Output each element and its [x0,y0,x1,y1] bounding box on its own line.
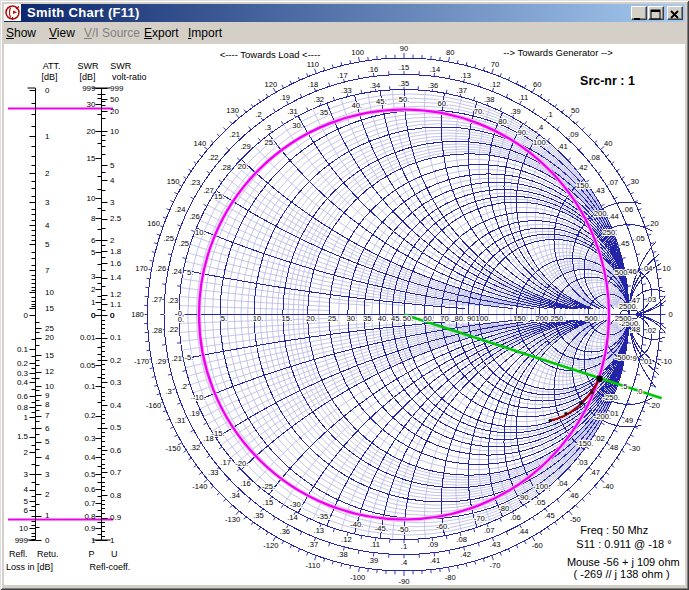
svg-text:[dB]: [dB] [80,72,96,82]
svg-text:0.6: 0.6 [17,392,29,401]
svg-text:.19: .19 [280,93,291,102]
svg-text:.37: .37 [308,540,319,549]
svg-text:10.: 10. [253,314,264,323]
svg-text:70.: 70. [474,107,485,116]
svg-text:250.: 250. [551,314,566,323]
svg-text:20.: 20. [238,162,249,171]
svg-text:-60.: -60. [436,522,449,531]
svg-text:.29: .29 [156,357,167,366]
svg-text:.11: .11 [518,93,528,102]
svg-text:1: 1 [110,536,115,545]
svg-text:10.: 10. [195,228,206,237]
svg-text:-90.: -90. [518,493,531,502]
svg-text:2500.: 2500. [619,302,638,311]
svg-text:20: 20 [650,219,658,228]
svg-text:.42: .42 [460,550,471,559]
svg-text:2: 2 [45,169,50,178]
svg-text:25.: 25. [264,138,275,147]
svg-text:500.: 500. [585,314,600,323]
svg-text:.41: .41 [557,142,568,151]
svg-text:.1: .1 [401,542,407,551]
svg-text:30: 30 [87,100,96,109]
svg-text:.37: .37 [456,86,467,95]
svg-text:2: 2 [91,285,96,294]
svg-text:.13: .13 [460,71,471,80]
svg-text:.27: .27 [152,295,163,304]
svg-text:.21: .21 [171,354,182,363]
svg-text:.13: .13 [314,526,325,535]
svg-text:-40: -40 [603,482,614,491]
svg-text:.44: .44 [518,527,529,536]
svg-text:.34: .34 [229,491,240,500]
svg-text:Loss in [dB]: Loss in [dB] [6,562,53,572]
svg-text:0.01: 0.01 [80,333,96,342]
svg-text:SWR: SWR [110,61,131,71]
svg-text:0.8: 0.8 [110,491,122,500]
svg-text:150.: 150. [513,314,528,323]
svg-text:.01: .01 [642,357,653,366]
svg-text:.07: .07 [484,526,495,535]
svg-text:-250.: -250. [603,393,620,402]
svg-text:.42: .42 [577,163,588,172]
svg-text:.31: .31 [287,107,298,116]
svg-text:6: 6 [45,424,50,433]
svg-text:200.: 200. [536,314,551,323]
svg-text:.02: .02 [646,326,657,335]
svg-text:Src-nr : 1: Src-nr : 1 [580,74,635,88]
svg-text:.24: .24 [171,267,182,276]
svg-text:5: 5 [45,240,50,249]
svg-text:.06: .06 [510,513,521,522]
svg-text:-150.: -150. [576,439,593,448]
svg-text:90.: 90. [518,128,529,137]
svg-text:6: 6 [91,236,96,245]
svg-text:.17: .17 [337,71,348,80]
svg-text:110: 110 [307,60,319,69]
svg-text:.2: .2 [255,110,261,119]
svg-text:1: 1 [91,536,96,545]
svg-text:-110: -110 [306,561,321,570]
svg-text:1.2: 1.2 [110,290,122,299]
svg-text:1.5: 1.5 [17,432,29,441]
svg-text:999: 999 [15,536,29,545]
svg-text:.47: .47 [589,468,600,477]
svg-text:0: 0 [45,86,50,95]
svg-text:35.: 35. [320,108,331,117]
svg-text:70: 70 [491,60,499,69]
svg-text:8: 8 [45,400,50,409]
svg-text:1.6: 1.6 [110,259,122,268]
svg-text:4: 4 [45,221,50,230]
svg-text:.3: .3 [165,387,171,396]
svg-text:-60: -60 [532,541,543,550]
svg-text:3: 3 [45,470,50,479]
svg-text:.45: .45 [619,239,630,248]
svg-text:0.9: 0.9 [110,513,122,522]
svg-text:25: 25 [45,324,54,333]
svg-text:.15: .15 [399,63,410,72]
svg-text:.4: .4 [537,123,543,132]
svg-text:.12: .12 [490,80,501,89]
svg-text:.18: .18 [308,80,319,89]
svg-text:20: 20 [45,333,54,342]
svg-text:100.: 100. [533,138,548,147]
svg-text:1: 1 [24,413,29,422]
svg-text:40.: 40. [352,101,363,110]
svg-text:0.1: 0.1 [17,345,29,354]
svg-text:.26: .26 [189,212,200,221]
svg-text:-500.: -500. [615,353,632,362]
svg-text:.31: .31 [175,416,186,425]
svg-text:.41: .41 [430,556,441,565]
svg-text:-20.: -20. [235,459,248,468]
svg-text:.32: .32 [314,95,325,104]
svg-text:500.: 500. [615,268,630,277]
svg-text:[dB]: [dB] [41,72,57,82]
svg-text:-140: -140 [192,482,207,491]
svg-text:0.2: 0.2 [84,411,96,420]
svg-text:50.: 50. [399,95,410,104]
svg-text:140: 140 [193,139,206,148]
svg-text:2500.: 2500. [615,314,634,323]
svg-text:-80: -80 [445,573,456,582]
svg-text:.28: .28 [152,326,163,335]
svg-text:7: 7 [45,266,50,275]
svg-text:-30: -30 [629,444,640,453]
svg-text:-90: -90 [399,577,410,586]
